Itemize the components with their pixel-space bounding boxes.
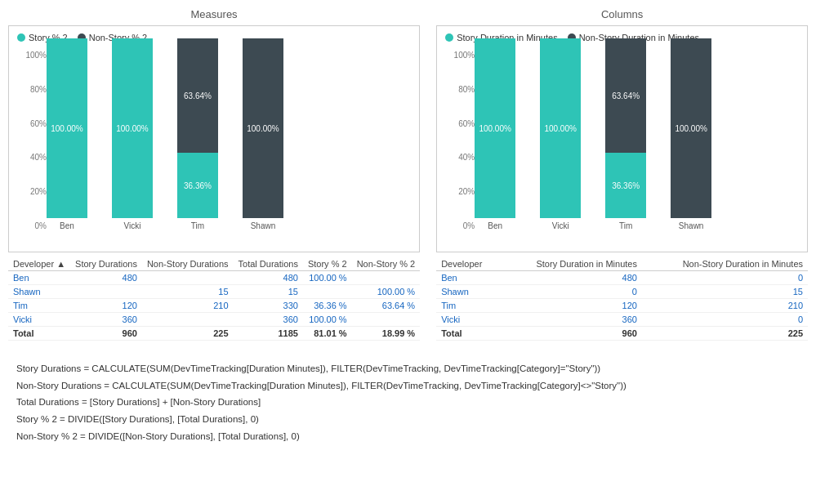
bar-segment-tim-m-teal: 36.36% — [177, 153, 218, 218]
columns-chart-area: 100% 80% 60% 40% 20% 0% 100.00% — [445, 49, 799, 245]
td-dev-ben-c: Ben — [436, 271, 501, 285]
bar-segment-shawn-c-dark: 100.00% — [671, 38, 711, 218]
td-storypct-ben-m: 100.00 % — [303, 271, 352, 285]
stacked-bar-ben-c: 100.00% — [475, 38, 515, 218]
td-storypct-tim-m: 36.36 % — [303, 299, 352, 313]
td-story-tim-c: 120 — [501, 299, 642, 313]
charts-row: Measures Story % 2 Non-Story % 2 — [8, 8, 808, 341]
bar-segment-ben-m-teal: 100.00% — [47, 38, 87, 218]
y-label-40c: 40% — [458, 153, 475, 162]
y-label-100m: 100% — [25, 51, 47, 60]
stacked-bar-ben-m: 100.00% — [47, 38, 87, 218]
bar-group-shawn-m: 100.00% Shawn — [243, 38, 283, 230]
columns-table: Developer Story Duration in Minutes Non-… — [436, 257, 808, 341]
td-nonstory-total-m: 225 — [142, 327, 234, 341]
bar-label-vicki-m: Vicki — [124, 221, 141, 230]
y-label-40m: 40% — [30, 153, 47, 162]
y-label-80c: 80% — [458, 85, 475, 94]
th-nonstorypct-m: Non-Story % 2 — [352, 257, 421, 271]
td-story-shawn-m — [70, 285, 142, 299]
measures-table-header-row: Developer ▲ Story Durations Non-Story Du… — [8, 257, 420, 271]
bar-group-ben-m: 100.00% Ben — [47, 38, 87, 230]
td-nonstory-total-c: 225 — [642, 327, 808, 341]
bar-segment-vicki-m-teal: 100.00% — [112, 38, 153, 218]
columns-y-axis: 100% 80% 60% 40% 20% 0% — [445, 49, 475, 245]
th-nonstory-m: Non-Story Durations — [142, 257, 234, 271]
td-story-total-c: 960 — [501, 327, 642, 341]
td-total-shawn-m: 15 — [234, 285, 303, 299]
measures-chart-section: Measures Story % 2 Non-Story % 2 — [8, 8, 420, 341]
bar-segment-shawn-m-dark: 100.00% — [243, 38, 283, 218]
stacked-bar-shawn-c: 100.00% — [671, 38, 711, 218]
table-row-tim-m: Tim 120 210 330 36.36 % 63.64 % — [8, 299, 420, 313]
y-label-60c: 60% — [458, 119, 475, 128]
th-story-c: Story Duration in Minutes — [501, 257, 642, 271]
td-dev-vicki-c: Vicki — [436, 313, 501, 327]
th-story-m: Story Durations — [70, 257, 142, 271]
td-nonstorypct-ben-m — [352, 271, 421, 285]
td-nonstorypct-vicki-m — [352, 313, 421, 327]
table-row-ben-c: Ben 480 0 — [436, 271, 808, 285]
td-total-tim-m: 330 — [234, 299, 303, 313]
td-nonstorypct-tim-m: 63.64 % — [352, 299, 421, 313]
bar-segment-vicki-c-teal: 100.00% — [540, 38, 581, 218]
table-row-shawn-m: Shawn 15 15 100.00 % — [8, 285, 420, 299]
columns-chart-wrapper: Story Duration in Minutes Non-Story Dura… — [436, 25, 808, 252]
measures-legend-dot-1 — [17, 33, 25, 42]
bar-group-tim-c: 36.36% 63.64% Tim — [605, 38, 646, 230]
formula-4: Story % 2 = DIVIDE([Story Durations], [T… — [16, 411, 808, 428]
table-row-shawn-c: Shawn 0 15 — [436, 285, 808, 299]
table-row-vicki-m: Vicki 360 360 100.00 % — [8, 313, 420, 327]
th-dev-m: Developer ▲ — [8, 257, 70, 271]
formulas-section: Story Durations = CALCULATE(SUM(DevTimeT… — [8, 360, 808, 444]
td-storypct-total-m: 81.01 % — [303, 327, 352, 341]
table-row-total-c: Total 960 225 — [436, 327, 808, 341]
main-container: Measures Story % 2 Non-Story % 2 — [8, 8, 808, 444]
bar-label-tim-m: Tim — [191, 221, 204, 230]
bar-segment-tim-c-teal: 36.36% — [605, 153, 646, 218]
y-label-20m: 20% — [30, 187, 47, 196]
bar-label-shawn-c: Shawn — [679, 221, 704, 230]
columns-chart-section: Columns Story Duration in Minutes Non-St… — [436, 8, 808, 341]
bar-group-vicki-m: 100.00% Vicki — [112, 38, 153, 230]
bar-label-vicki-c: Vicki — [552, 221, 569, 230]
formula-2: Non-Story Durations = CALCULATE(SUM(DevT… — [16, 377, 808, 395]
td-dev-tim-c: Tim — [436, 299, 501, 313]
columns-legend-dot-1 — [445, 33, 453, 42]
measures-title: Measures — [191, 8, 238, 20]
td-nonstory-shawn-m: 15 — [142, 285, 234, 299]
table-row-ben-m: Ben 480 480 100.00 % — [8, 271, 420, 285]
td-nonstorypct-shawn-m: 100.00 % — [352, 285, 421, 299]
td-storypct-shawn-m — [303, 285, 352, 299]
td-nonstory-shawn-c: 15 — [642, 285, 808, 299]
bar-group-shawn-c: 100.00% Shawn — [671, 38, 711, 230]
y-label-0c: 0% — [463, 221, 475, 230]
stacked-bar-tim-m: 36.36% 63.64% — [177, 38, 218, 218]
th-storypct-m: Story % 2 — [303, 257, 352, 271]
columns-title: Columns — [601, 8, 643, 20]
bar-group-ben-c: 100.00% Ben — [475, 38, 515, 230]
measures-y-axis: 100% 80% 60% 40% 20% 0% — [17, 49, 47, 245]
th-nonstory-c: Non-Story Duration in Minutes — [642, 257, 808, 271]
td-dev-tim-m: Tim — [8, 299, 70, 313]
td-dev-shawn-c: Shawn — [436, 285, 501, 299]
td-dev-total-c: Total — [436, 327, 501, 341]
stacked-bar-vicki-m: 100.00% — [112, 38, 153, 218]
measures-chart-area: 100% 80% 60% 40% 20% 0% 100.00% — [17, 49, 411, 245]
bar-segment-tim-c-dark: 63.64% — [605, 38, 646, 153]
td-story-total-m: 960 — [70, 327, 142, 341]
columns-table-header-row: Developer Story Duration in Minutes Non-… — [436, 257, 808, 271]
td-story-shawn-c: 0 — [501, 285, 642, 299]
td-dev-vicki-m: Vicki — [8, 313, 70, 327]
td-story-ben-c: 480 — [501, 271, 642, 285]
y-label-60m: 60% — [30, 119, 47, 128]
y-label-100c: 100% — [454, 51, 475, 60]
td-nonstory-ben-c: 0 — [642, 271, 808, 285]
td-total-total-m: 1185 — [234, 327, 303, 341]
formula-1: Story Durations = CALCULATE(SUM(DevTimeT… — [16, 360, 808, 377]
bar-group-vicki-c: 100.00% Vicki — [540, 38, 581, 230]
td-story-tim-m: 120 — [70, 299, 142, 313]
td-dev-ben-m: Ben — [8, 271, 70, 285]
td-nonstorypct-total-m: 18.99 % — [352, 327, 421, 341]
stacked-bar-vicki-c: 100.00% — [540, 38, 581, 218]
